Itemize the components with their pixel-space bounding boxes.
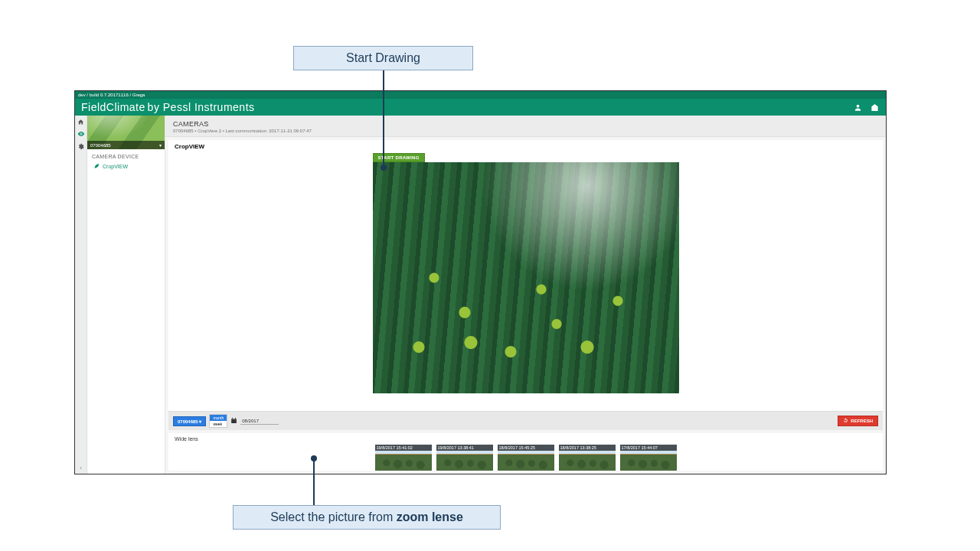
app-frame: dev / build 0.7.20171116 / Grega FieldCl… bbox=[74, 90, 887, 474]
callout-bottom-bold: zoom lense bbox=[397, 510, 463, 523]
collapse-icon[interactable]: ‹ bbox=[77, 463, 86, 472]
sidebar: 07004685 ▾ CAMERA DEVICE CropVIEW bbox=[87, 116, 165, 474]
eye-icon[interactable] bbox=[77, 129, 86, 139]
chevron-down-icon: ▾ bbox=[159, 142, 162, 148]
brand-bar: FieldClimate by Pessl Instruments bbox=[75, 99, 886, 116]
refresh-icon bbox=[843, 418, 848, 424]
main: CAMERAS 07004685 • CropView 2 • Last com… bbox=[165, 116, 886, 474]
month-input[interactable] bbox=[240, 418, 279, 425]
thumb-ts: 19/8/2017 13:38:41 bbox=[436, 445, 493, 451]
refresh-label: REFRESH bbox=[851, 419, 873, 423]
callout-line-bottom bbox=[313, 459, 315, 505]
build-label: dev / build 0.7.20171116 / Grega bbox=[75, 91, 886, 99]
callout-dot-top bbox=[381, 165, 387, 171]
thumb-ts: 18/8/2017 13:38:25 bbox=[559, 445, 616, 451]
camera-image[interactable] bbox=[373, 162, 679, 393]
sidebar-item-cropview[interactable]: CropVIEW bbox=[87, 161, 165, 171]
page-subtitle: 07004685 • CropView 2 • Last communicati… bbox=[173, 129, 878, 133]
station-dropdown[interactable]: 07004685 ▾ bbox=[173, 416, 206, 426]
panel-footer: 07004685 ▾ month week REFRESH bbox=[168, 411, 883, 430]
help-icon[interactable] bbox=[869, 102, 880, 112]
user-icon[interactable] bbox=[852, 102, 863, 112]
thumb-item[interactable]: 18/8/2017 15:45:25 bbox=[498, 445, 554, 471]
svg-rect-3 bbox=[231, 418, 237, 419]
thumb-item[interactable]: 19/8/2017 13:38:41 bbox=[436, 445, 493, 471]
svg-point-0 bbox=[856, 104, 859, 107]
thumbs-panel: Wide lens 19/8/2017 15:41:02 19/8/2017 1… bbox=[168, 433, 883, 471]
start-drawing-button[interactable]: START DRAWING bbox=[373, 153, 425, 162]
svg-rect-4 bbox=[233, 417, 234, 419]
page-header: CAMERAS 07004685 • CropView 2 • Last com… bbox=[165, 116, 886, 137]
page-title: CAMERAS bbox=[173, 120, 878, 128]
thumb-ts: 19/8/2017 15:41:02 bbox=[375, 445, 432, 451]
brand-sub: by Pessl Instruments bbox=[148, 101, 255, 113]
callout-line-top bbox=[383, 70, 384, 165]
panel-body: START DRAWING bbox=[168, 153, 883, 411]
callout-zoom-lense: Select the picture from zoom lense bbox=[233, 505, 501, 530]
thumb-item[interactable]: 19/8/2017 15:41:02 bbox=[375, 445, 432, 471]
thumb-item[interactable]: 18/8/2017 13:38:25 bbox=[559, 445, 616, 471]
svg-point-1 bbox=[80, 133, 82, 135]
thumb-item[interactable]: 17/8/2017 15:44:07 bbox=[620, 445, 677, 471]
calendar-icon[interactable] bbox=[230, 417, 237, 425]
cropview-panel: CropVIEW START DRAWING 07004685 ▾ month … bbox=[168, 140, 883, 430]
svg-rect-5 bbox=[235, 417, 236, 419]
home-icon[interactable] bbox=[77, 117, 86, 126]
icon-rail: ‹ bbox=[75, 116, 87, 474]
brand: FieldClimate by Pessl Instruments bbox=[81, 101, 255, 113]
thumb-ts: 17/8/2017 15:44:07 bbox=[620, 445, 677, 451]
station-id: 07004685 bbox=[90, 143, 111, 148]
callout-dot-bottom bbox=[311, 455, 317, 461]
seg-month[interactable]: month bbox=[210, 415, 227, 421]
thumb-ts: 18/8/2017 15:45:25 bbox=[498, 445, 554, 451]
period-segmented: month week bbox=[209, 414, 227, 428]
panel-title: CropVIEW bbox=[168, 140, 883, 153]
sidebar-section-title: CAMERA DEVICE bbox=[87, 149, 165, 161]
leaf-icon bbox=[93, 163, 100, 169]
callout-bottom-prefix: Select the picture from bbox=[270, 510, 397, 523]
thumbs-row: 19/8/2017 15:41:02 19/8/2017 13:38:41 18… bbox=[175, 445, 877, 471]
refresh-button[interactable]: REFRESH bbox=[838, 416, 878, 426]
brand-name: FieldClimate bbox=[81, 101, 145, 113]
seg-week[interactable]: week bbox=[210, 421, 227, 427]
callout-start-drawing: Start Drawing bbox=[293, 46, 473, 70]
gear-icon[interactable] bbox=[77, 142, 86, 151]
sidebar-item-label: CropVIEW bbox=[103, 164, 128, 169]
thumbs-title: Wide lens bbox=[175, 436, 877, 442]
station-hero[interactable]: 07004685 ▾ bbox=[87, 116, 165, 149]
